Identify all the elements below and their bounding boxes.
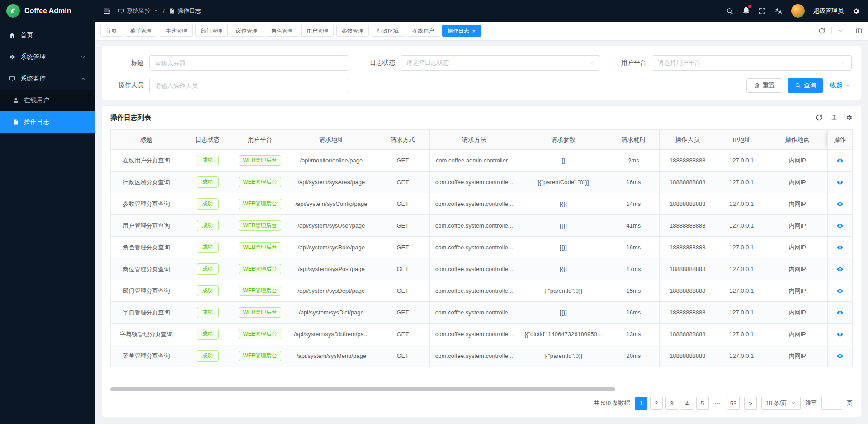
cell-request-method: GET [376,302,429,324]
tab-item[interactable]: 行政区域 [372,25,404,37]
cell-actions [827,345,852,367]
cell-ip: 127.0.0.1 [716,193,767,215]
jump-page-input[interactable] [821,397,842,410]
page-size-select[interactable]: 10 条/页 [761,397,801,410]
page-button[interactable]: 5 [696,397,709,410]
view-icon[interactable] [836,157,844,164]
tab-item[interactable]: 在线用户 [407,25,439,37]
cell-location: 内网IP [767,345,827,367]
cell-operator: 18888888888 [659,324,716,345]
table-row: 字典管理分页查询成功WEB管理后台/api/system/sysDict/pag… [111,302,853,324]
trash-icon [754,82,760,89]
cell-params: [{}] [519,193,608,215]
tab-item[interactable]: 角色管理 [266,25,298,37]
tab-item[interactable]: 岗位管理 [231,25,263,37]
username[interactable]: 超级管理员 [813,7,844,15]
status-badge: 成功 [197,285,219,296]
notification-button[interactable] [742,6,750,16]
cell-ip: 127.0.0.1 [716,280,767,302]
platform-badge: WEB管理后台 [239,286,281,296]
cell-request-method: GET [376,172,429,193]
table-row: 角色管理分页查询成功WEB管理后台/api/system/sysRole/pag… [111,237,853,258]
page-button[interactable]: 3 [665,397,678,410]
settings-gear-icon[interactable] [852,7,860,15]
page-button[interactable]: 53 [727,397,740,410]
platform-badge: WEB管理后台 [239,242,281,252]
view-icon[interactable] [836,331,844,338]
operator-field: 操作人员 [111,78,349,93]
view-icon[interactable] [836,244,844,251]
menu-fold-icon[interactable] [103,7,111,15]
cell-title: 在线用户分页查询 [111,150,182,172]
title-input[interactable] [149,55,349,71]
view-icon[interactable] [836,222,844,229]
column-settings-icon[interactable] [845,114,853,121]
operator-input[interactable] [149,78,349,93]
cell-handler: com.coffee.system.controlle... [429,237,519,258]
cell-handler: com.coffee.system.controlle... [429,172,519,193]
tab-item[interactable]: 字典管理 [160,25,193,37]
page-button[interactable]: 4 [681,397,693,410]
cell-location: 内网IP [767,193,827,215]
view-icon[interactable] [836,179,844,186]
divider [849,27,849,34]
tab-item[interactable]: 菜单管理 [125,25,157,37]
tab-refresh-icon[interactable] [818,27,826,34]
logo[interactable]: Coffee Admin [0,0,95,22]
search-icon[interactable] [726,7,734,15]
pagination-total: 共 530 条数据 [594,399,630,407]
scrollbar-thumb[interactable] [110,387,615,391]
search-button[interactable]: 查询 [788,78,823,93]
tab-label: 参数管理 [342,27,363,35]
view-icon[interactable] [836,287,844,295]
sidebar-item-system-monitor[interactable]: 系统监控 [0,68,95,90]
view-icon[interactable] [836,309,844,316]
cell-params: [{}] [519,258,608,280]
column-header: 请求方式 [376,130,429,150]
tab-item[interactable]: 首页 [100,25,122,37]
fullscreen-icon[interactable] [759,7,766,15]
status-badge: 成功 [197,350,219,362]
cell-operator: 18888888888 [659,258,716,280]
next-page-button[interactable]: > [744,397,757,410]
page-button[interactable]: 2 [650,397,663,410]
platform-select[interactable]: 请选择用户平台 [652,55,852,71]
tab-item[interactable]: 用户管理 [301,25,334,37]
pagination-ellipsis[interactable]: ••• [712,397,724,410]
tab-menu-chevron-icon[interactable] [838,28,843,33]
collapse-button[interactable]: 收起 [829,78,852,93]
cell-location: 内网IP [767,280,827,302]
layout-icon[interactable] [855,27,863,34]
close-icon[interactable]: × [472,28,476,34]
reset-button[interactable]: 重置 [746,78,782,93]
density-icon[interactable] [830,114,838,121]
cell-duration: 16ms [608,302,659,324]
cell-request-url: /api/system/sysDictItem/pa... [287,324,376,345]
sidebar-item-home[interactable]: 首页 [0,24,95,46]
cell-title: 菜单管理分页查询 [111,345,182,367]
table-row: 岗位管理分页查询成功WEB管理后台/api/system/sysPost/pag… [111,258,853,280]
view-icon[interactable] [836,266,844,273]
view-icon[interactable] [836,353,844,360]
translate-icon[interactable] [775,7,783,15]
view-icon[interactable] [836,200,844,208]
breadcrumb-separator: / [163,8,165,14]
column-header: 日志状态 [182,130,233,150]
cell-actions [827,237,852,258]
avatar[interactable] [791,4,805,18]
sidebar-item-operation-log[interactable]: 操作日志 [0,111,95,133]
sidebar-item-online-users[interactable]: 在线用户 [0,90,95,111]
column-header: 请求参数 [519,130,608,150]
breadcrumb-parent[interactable]: 系统监控 [118,7,159,15]
tab-item[interactable]: 操作日志× [442,25,481,37]
cell-request-method: GET [376,237,429,258]
refresh-icon[interactable] [816,114,823,121]
sidebar-item-system-management[interactable]: 系统管理 [0,46,95,68]
page-button[interactable]: 1 [635,397,647,410]
cell-title: 用户管理分页查询 [111,215,182,237]
platform-badge: WEB管理后台 [239,177,281,187]
status-select[interactable]: 请选择日志状态 [401,55,600,71]
tab-item[interactable]: 部门管理 [195,25,228,37]
tab-item[interactable]: 参数管理 [336,25,369,37]
cell-actions [827,302,852,324]
